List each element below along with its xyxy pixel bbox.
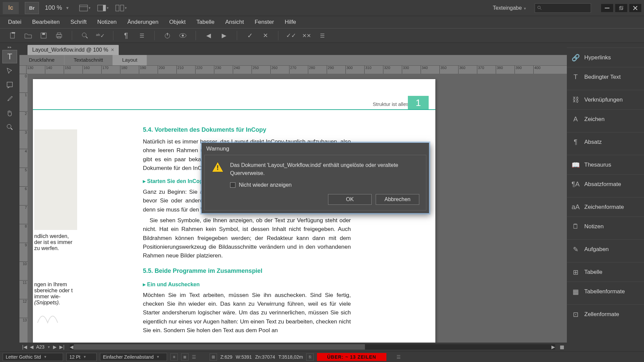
- position-tool[interactable]: [2, 64, 17, 77]
- text-tool[interactable]: T: [2, 50, 17, 63]
- svg-rect-26: [7, 82, 12, 87]
- print-icon[interactable]: [54, 31, 64, 40]
- open-icon[interactable]: [23, 31, 33, 40]
- reject-all-icon[interactable]: ✕✕: [302, 31, 311, 40]
- prev-page-icon[interactable]: ◀: [30, 344, 34, 350]
- panel-tabelle[interactable]: ⊞Tabelle: [567, 262, 644, 282]
- menu-objekt[interactable]: Objekt: [164, 19, 191, 25]
- svg-rect-14: [12, 32, 15, 34]
- dont-show-label: Nicht wieder anzeigen: [239, 182, 291, 188]
- hand-tool[interactable]: [2, 106, 17, 120]
- leading-dropdown[interactable]: Einfacher Zeilenabstand▼: [100, 353, 167, 361]
- menu-datei[interactable]: Datei: [3, 19, 27, 25]
- menu-hilfe[interactable]: Hilfe: [279, 19, 302, 25]
- menu-icon-2[interactable]: ☰: [317, 31, 327, 40]
- svg-text:!: !: [217, 164, 219, 171]
- panel-zeichenformate[interactable]: aAZeichenformate: [567, 197, 644, 217]
- zoom-dropdown[interactable]: 100 %▼: [45, 4, 69, 11]
- panel-thesaurus[interactable]: 📖Thesaurus: [567, 155, 644, 174]
- tab-druckfahne[interactable]: Druckfahne: [19, 55, 64, 65]
- note-icon: 🗒: [572, 223, 580, 230]
- eyedropper-tool[interactable]: [2, 92, 17, 106]
- panel-notizen[interactable]: 🗒Notizen: [567, 217, 644, 236]
- panel-label: Tabellenformate: [584, 288, 625, 295]
- cancel-button[interactable]: Abbrechen: [376, 194, 419, 205]
- menu-bearbeiten[interactable]: Bearbeiten: [27, 19, 65, 25]
- dont-show-checkbox[interactable]: [230, 182, 235, 188]
- panel-label: Bedingter Text: [584, 74, 621, 80]
- stats-icon[interactable]: ⊞: [210, 353, 217, 361]
- svg-rect-13: [10, 33, 14, 38]
- panel-bedingter text[interactable]: TBedingter Text: [567, 67, 644, 86]
- close-button[interactable]: [629, 4, 641, 12]
- panel-hyperlinks[interactable]: 🔗Hyperlinks: [567, 48, 644, 67]
- menu-tabelle[interactable]: Tabelle: [191, 19, 220, 25]
- zoom-tool[interactable]: [2, 120, 17, 134]
- panel-zellenformate[interactable]: ⊡Zellenformate: [567, 304, 644, 324]
- maximize-button[interactable]: [615, 4, 627, 12]
- accept-all-icon[interactable]: ✓✓: [286, 31, 296, 40]
- view-toggle-1[interactable]: ▼: [77, 3, 93, 13]
- note-tool[interactable]: [2, 78, 17, 92]
- doc-tab-row: Layout_Workflow.indd @ 100 %×: [19, 43, 567, 55]
- page-number[interactable]: A23: [36, 344, 45, 350]
- ok-button[interactable]: OK: [328, 194, 372, 205]
- first-page-icon[interactable]: |◀: [22, 344, 27, 350]
- svg-line-21: [86, 37, 88, 38]
- menu-schrift[interactable]: Schrift: [65, 19, 92, 25]
- font-family-value: Letter Gothic Std: [6, 354, 41, 360]
- search-field[interactable]: [535, 3, 591, 13]
- reject-icon[interactable]: ✕: [261, 31, 270, 40]
- save-icon[interactable]: [39, 31, 48, 40]
- chain-icon: ⛓: [572, 96, 580, 104]
- pilcrow-icon[interactable]: ¶: [121, 31, 131, 40]
- font-family-dropdown[interactable]: Letter Gothic Std▼: [3, 353, 63, 361]
- spellcheck-icon[interactable]: ᵃᵇ✓: [96, 31, 105, 40]
- bridge-icon[interactable]: Br: [25, 2, 39, 14]
- task-icon: ✎: [572, 245, 580, 253]
- font-size-dropdown[interactable]: 12 Pt▼: [66, 353, 97, 361]
- panel-zeichen[interactable]: AZeichen: [567, 109, 644, 129]
- last-page-icon[interactable]: ▶|: [59, 344, 64, 350]
- minimize-button[interactable]: [601, 4, 613, 12]
- svg-point-27: [7, 124, 11, 128]
- next-icon[interactable]: ▶: [219, 31, 229, 40]
- document-tab[interactable]: Layout_Workflow.indd @ 100 %×: [28, 45, 119, 55]
- panel-verknüpfungen[interactable]: ⛓Verknüpfungen: [567, 90, 644, 109]
- eye-icon[interactable]: [178, 31, 187, 40]
- power-icon[interactable]: [163, 31, 172, 40]
- menu-notizen[interactable]: Notizen: [92, 19, 122, 25]
- close-tab-icon[interactable]: ×: [111, 47, 114, 53]
- tab-layout[interactable]: Layout: [113, 55, 147, 65]
- horizontal-scrollbar[interactable]: ◀▶: [70, 344, 555, 350]
- menu-ansicht[interactable]: Ansicht: [220, 19, 249, 25]
- leading-toggle-2[interactable]: ≣: [181, 353, 189, 361]
- panel-tabellenformate[interactable]: ▦Tabellenformate: [567, 282, 644, 301]
- warning-dialog: Warnung ! Das Dokument 'Layout_Workflow.…: [201, 142, 429, 214]
- tool-strip: ▸▸ T: [0, 43, 19, 351]
- svg-rect-5: [120, 5, 124, 11]
- view-grid-icon[interactable]: ▦: [560, 344, 564, 350]
- overset-icon[interactable]: ⎘: [306, 353, 314, 361]
- menu-aenderungen[interactable]: Änderungen: [122, 19, 164, 25]
- svg-point-20: [82, 33, 86, 37]
- next-page-icon[interactable]: ▶: [53, 344, 57, 350]
- new-icon[interactable]: [8, 31, 17, 40]
- menu-fenster[interactable]: Fenster: [249, 19, 279, 25]
- tab-textabschnitt[interactable]: Textabschnitt: [64, 55, 113, 65]
- stat-w: W:5391: [236, 354, 252, 360]
- menu-icon-1[interactable]: ☰: [137, 31, 146, 40]
- panel-aufgaben[interactable]: ✎Aufgaben: [567, 239, 644, 259]
- accept-icon[interactable]: ✓: [245, 31, 255, 40]
- dialog-title: Warnung: [202, 143, 429, 155]
- dialog-message: Das Dokument 'Layout_Workflow.indd' enth…: [230, 161, 419, 177]
- search-icon-2[interactable]: [80, 31, 90, 40]
- panel-absatzformate[interactable]: ¶AAbsatzformate: [567, 174, 644, 194]
- leading-toggle-1[interactable]: ≡: [170, 353, 178, 361]
- workspace-mode-dropdown[interactable]: Texteingabe ▼: [493, 5, 527, 11]
- view-toggle-2[interactable]: ▼: [96, 3, 111, 13]
- prev-icon[interactable]: ◀: [204, 31, 213, 40]
- tfmt-icon: ▦: [572, 288, 580, 296]
- panel-absatz[interactable]: ¶Absatz: [567, 132, 644, 152]
- view-toggle-3[interactable]: ▼: [114, 3, 129, 13]
